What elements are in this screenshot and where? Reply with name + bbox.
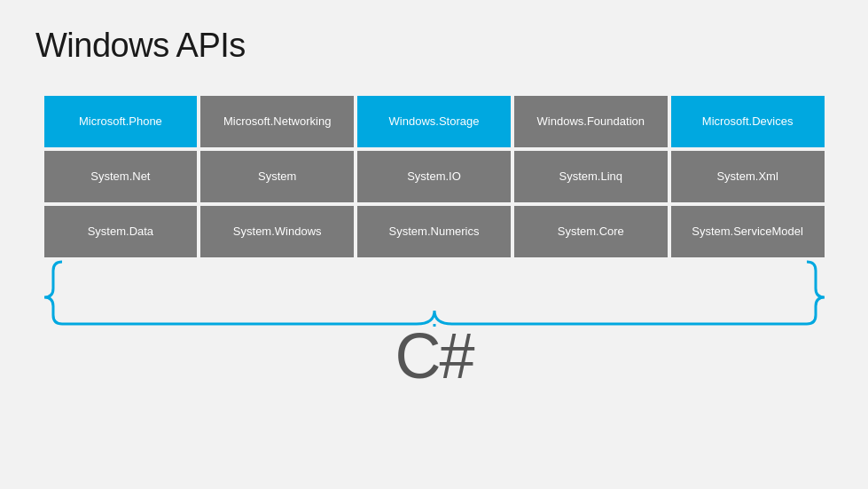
cell-system-numerics: System.Numerics xyxy=(357,206,511,257)
cell-microsoft-phone: Microsoft.Phone xyxy=(44,96,198,147)
cell-system-servicemodel: System.ServiceModel xyxy=(671,206,825,257)
api-grid: Microsoft.Phone Microsoft.Networking Win… xyxy=(44,96,825,257)
cell-system-windows: System.Windows xyxy=(200,206,354,257)
csharp-label: C# xyxy=(35,319,833,392)
cell-system-io: System.IO xyxy=(357,151,511,202)
cell-system-xml: System.Xml xyxy=(671,151,825,202)
cell-system-core: System.Core xyxy=(514,206,668,257)
slide: Windows APIs Microsoft.Phone Microsoft.N… xyxy=(0,0,868,489)
cell-system-data: System.Data xyxy=(44,206,198,257)
cell-windows-storage: Windows.Storage xyxy=(357,96,511,147)
cell-system-net: System.Net xyxy=(44,151,198,202)
page-title: Windows APIs xyxy=(35,27,833,65)
cell-system-linq: System.Linq xyxy=(514,151,668,202)
cell-microsoft-networking: Microsoft.Networking xyxy=(200,96,354,147)
cell-system: System xyxy=(200,151,354,202)
brace-decoration xyxy=(44,257,825,328)
cell-windows-foundation: Windows.Foundation xyxy=(514,96,668,147)
brace-svg xyxy=(44,257,825,328)
cell-microsoft-devices: Microsoft.Devices xyxy=(671,96,825,147)
